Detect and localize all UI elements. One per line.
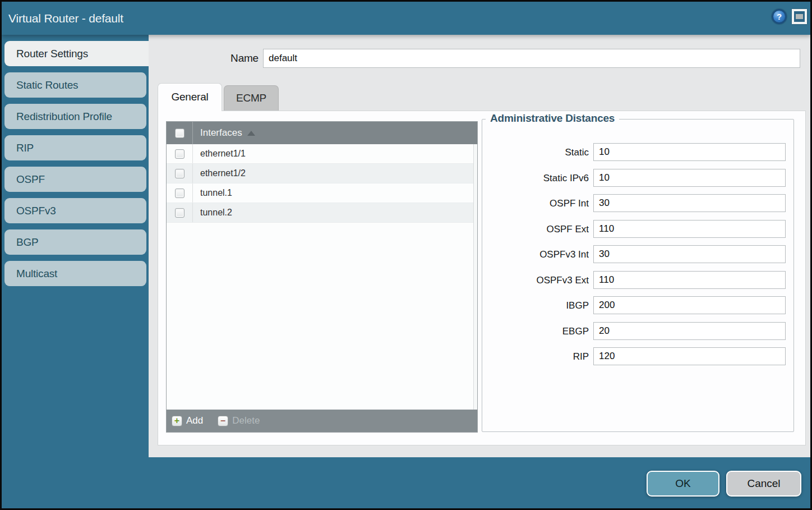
delete-button-label: Delete bbox=[232, 415, 260, 426]
field-row-ospf-ext: OSPF Ext bbox=[482, 220, 793, 238]
window-restore-icon[interactable] bbox=[792, 9, 807, 24]
ospf-ext-label: OSPF Ext bbox=[482, 220, 589, 238]
name-input[interactable] bbox=[263, 49, 800, 68]
row-checkbox-cell bbox=[167, 203, 193, 222]
general-tab-content: Interfaces ethernet1/1 ethernet bbox=[158, 111, 806, 445]
administrative-distances-fieldset: Administrative Distances Static Static I… bbox=[482, 119, 794, 432]
name-row: Name bbox=[149, 49, 800, 68]
row-checkbox-cell bbox=[167, 183, 193, 203]
rip-input[interactable] bbox=[593, 347, 786, 365]
sidebar-item-ospf[interactable]: OSPF bbox=[4, 167, 146, 192]
virtual-router-dialog: Virtual Router - default ? Router Settin… bbox=[0, 0, 812, 510]
sidebar-item-redistribution-profile[interactable]: Redistribution Profile bbox=[4, 104, 146, 129]
sidebar-item-static-routes[interactable]: Static Routes bbox=[4, 72, 146, 98]
static-ipv6-label: Static IPv6 bbox=[482, 169, 589, 187]
interface-name: ethernet1/2 bbox=[193, 168, 246, 178]
header-checkbox-cell bbox=[167, 122, 193, 144]
ospfv3-int-label: OSPFv3 Int bbox=[482, 245, 589, 264]
field-row-ebgp: EBGP bbox=[482, 322, 793, 341]
ibgp-label: IBGP bbox=[482, 296, 589, 315]
field-row-static: Static bbox=[482, 143, 793, 162]
interfaces-table-header: Interfaces bbox=[167, 122, 477, 144]
help-icon[interactable]: ? bbox=[772, 9, 787, 24]
window-restore-icon-glyph bbox=[796, 14, 803, 19]
ebgp-input[interactable] bbox=[593, 322, 786, 340]
interface-name: ethernet1/1 bbox=[193, 149, 246, 159]
ospfv3-ext-label: OSPFv3 Ext bbox=[482, 271, 589, 290]
interface-name: tunnel.2 bbox=[193, 208, 232, 218]
field-row-ospf-int: OSPF Int bbox=[482, 194, 793, 213]
row-checkbox-cell bbox=[167, 164, 193, 183]
field-row-ibgp: IBGP bbox=[482, 296, 793, 315]
table-scrollbar-track[interactable] bbox=[473, 144, 477, 410]
interfaces-table-body: ethernet1/1 ethernet1/2 tunnel.1 bbox=[167, 144, 477, 410]
minus-icon bbox=[218, 416, 228, 426]
sidebar: Router Settings Static Routes Redistribu… bbox=[4, 41, 149, 292]
sidebar-item-bgp[interactable]: BGP bbox=[4, 229, 146, 255]
row-checkbox[interactable] bbox=[175, 149, 184, 159]
row-checkbox[interactable] bbox=[175, 189, 184, 198]
titlebar: Virtual Router - default ? bbox=[2, 2, 810, 35]
row-checkbox[interactable] bbox=[175, 169, 184, 178]
field-row-ospfv3-ext: OSPFv3 Ext bbox=[482, 271, 793, 290]
name-label: Name bbox=[149, 49, 259, 68]
titlebar-icons: ? bbox=[772, 9, 807, 24]
tab-ecmp[interactable]: ECMP bbox=[224, 85, 279, 111]
table-row[interactable]: tunnel.2 bbox=[167, 203, 477, 223]
sidebar-item-ospfv3[interactable]: OSPFv3 bbox=[4, 198, 146, 223]
static-ipv6-input[interactable] bbox=[593, 169, 786, 187]
ibgp-input[interactable] bbox=[593, 296, 786, 314]
delete-button[interactable]: Delete bbox=[218, 415, 260, 426]
tab-general[interactable]: General bbox=[158, 83, 222, 111]
ospf-int-label: OSPF Int bbox=[482, 194, 589, 213]
table-row[interactable]: tunnel.1 bbox=[167, 183, 477, 203]
row-checkbox-cell bbox=[167, 144, 193, 163]
sidebar-item-router-settings[interactable]: Router Settings bbox=[4, 41, 149, 66]
ospfv3-int-input[interactable] bbox=[593, 245, 786, 263]
router-settings-panel: Name General ECMP Interfaces bbox=[149, 35, 810, 457]
dialog-title: Virtual Router - default bbox=[8, 2, 123, 35]
table-row[interactable]: ethernet1/2 bbox=[167, 164, 477, 183]
ospf-ext-input[interactable] bbox=[593, 220, 786, 238]
sidebar-item-multicast[interactable]: Multicast bbox=[4, 261, 146, 286]
ebgp-label: EBGP bbox=[482, 322, 589, 341]
interface-name: tunnel.1 bbox=[193, 188, 232, 198]
field-row-ospfv3-int: OSPFv3 Int bbox=[482, 245, 793, 264]
select-all-checkbox[interactable] bbox=[175, 128, 184, 138]
ospfv3-ext-input[interactable] bbox=[593, 271, 786, 289]
row-checkbox[interactable] bbox=[175, 208, 184, 218]
cancel-button[interactable]: Cancel bbox=[726, 471, 801, 497]
ok-button[interactable]: OK bbox=[647, 471, 719, 497]
interfaces-table: Interfaces ethernet1/1 ethernet bbox=[166, 121, 478, 433]
table-row[interactable]: ethernet1/1 bbox=[167, 144, 477, 164]
field-row-rip: RIP bbox=[482, 347, 793, 366]
static-label: Static bbox=[482, 143, 589, 162]
sidebar-item-rip[interactable]: RIP bbox=[4, 135, 146, 160]
interfaces-column-header[interactable]: Interfaces bbox=[193, 127, 242, 139]
rip-label: RIP bbox=[482, 347, 589, 366]
add-button[interactable]: Add bbox=[172, 415, 203, 426]
add-button-label: Add bbox=[186, 415, 203, 426]
ospf-int-input[interactable] bbox=[593, 194, 786, 212]
interfaces-table-toolbar: Add Delete bbox=[167, 410, 477, 432]
plus-icon bbox=[172, 416, 182, 426]
field-row-static-ipv6: Static IPv6 bbox=[482, 169, 793, 187]
administrative-distances-legend: Administrative Distances bbox=[486, 112, 619, 125]
static-input[interactable] bbox=[593, 143, 786, 161]
sort-ascending-icon[interactable] bbox=[247, 131, 255, 136]
